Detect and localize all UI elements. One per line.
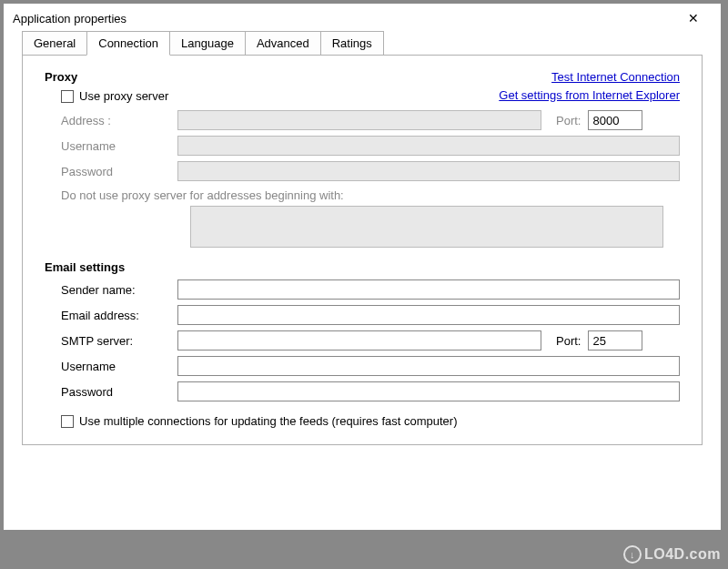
proxy-exclude-label: Do not use proxy server for addresses be… [61,188,680,202]
proxy-username-label: Username [61,139,170,153]
email-sender-row: Sender name: [61,279,680,300]
email-sender-label: Sender name: [61,283,170,297]
tab-general[interactable]: General [22,31,87,55]
email-username-row: Username [61,356,680,376]
tab-strip: General Connection Language Advanced Rat… [22,31,703,55]
tab-connection[interactable]: Connection [86,31,170,56]
dialog-window: Application properties ✕ General Connect… [3,3,722,531]
titlebar: Application properties ✕ [4,4,721,31]
proxy-username-input[interactable] [177,136,680,156]
proxy-address-label: Address : [61,114,170,127]
proxy-password-row: Password [61,161,680,181]
email-address-input[interactable] [177,305,680,325]
proxy-port-input[interactable] [588,110,642,130]
proxy-password-input[interactable] [177,161,680,181]
email-password-input[interactable] [177,381,680,401]
email-smtp-row: SMTP server: Port: [61,330,680,351]
proxy-password-label: Password [61,165,170,178]
tab-language[interactable]: Language [169,31,246,55]
email-sender-input[interactable] [177,279,680,300]
proxy-links: Test Internet Connection Get settings fr… [499,68,680,104]
watermark-text: LO4D.com [644,546,721,563]
email-username-input[interactable] [177,356,680,376]
email-smtp-label: SMTP server: [61,334,170,348]
email-port-input[interactable] [588,330,642,351]
email-smtp-input[interactable] [177,330,541,351]
download-icon: ↓ [623,545,642,564]
watermark: ↓ LO4D.com [623,545,721,564]
window-title: Application properties [13,12,126,25]
multi-conn-checkbox[interactable] [61,415,74,428]
multi-conn-row: Use multiple connections for updating th… [61,414,680,428]
email-password-label: Password [61,385,170,399]
use-proxy-checkbox[interactable] [61,90,74,103]
email-address-label: Email address: [61,309,170,322]
proxy-address-input[interactable] [177,110,541,130]
use-proxy-label: Use proxy server [79,89,168,103]
proxy-port-label: Port: [556,114,581,127]
multi-conn-label: Use multiple connections for updating th… [79,414,458,428]
link-test-connection[interactable]: Test Internet Connection [499,68,680,86]
proxy-exclude-textarea[interactable] [190,206,663,248]
proxy-address-row: Address : Port: [61,110,680,130]
link-get-ie-settings[interactable]: Get settings from Internet Explorer [499,86,680,105]
email-password-row: Password [61,381,680,401]
close-icon: ✕ [688,11,699,25]
email-address-row: Email address: [61,305,680,325]
proxy-username-row: Username [61,136,680,156]
tab-panel-connection: Test Internet Connection Get settings fr… [22,55,703,445]
email-username-label: Username [61,360,170,373]
tab-ratings[interactable]: Ratings [320,31,384,55]
email-heading: Email settings [45,260,680,274]
close-button[interactable]: ✕ [675,6,712,30]
content-area: General Connection Language Advanced Rat… [4,31,721,458]
email-port-label: Port: [556,334,581,348]
tab-advanced[interactable]: Advanced [245,31,321,55]
